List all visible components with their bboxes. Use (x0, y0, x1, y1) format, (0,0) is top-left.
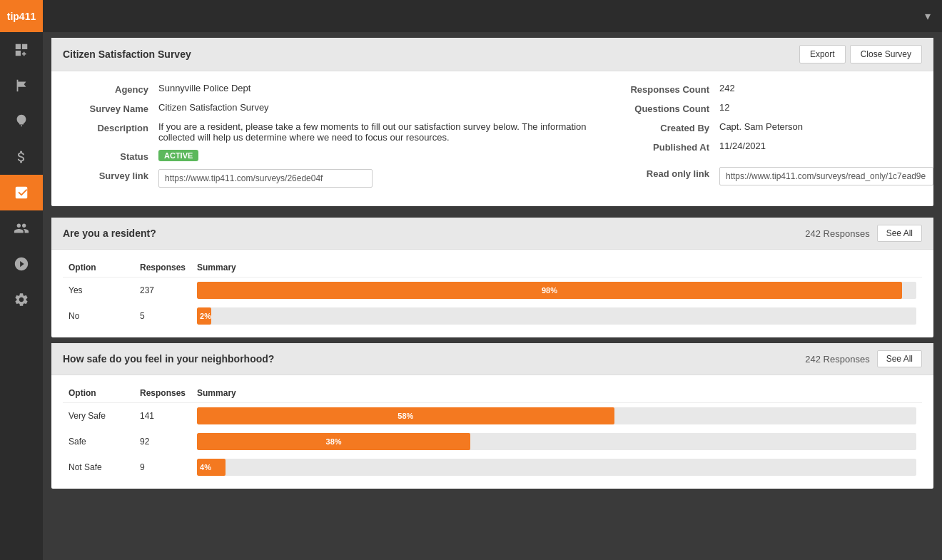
column-header: Option (63, 258, 134, 278)
bar-fill: 38% (197, 433, 470, 450)
topbar: ▾ (43, 0, 942, 32)
flag-icon (14, 78, 29, 93)
read-only-link-input[interactable] (719, 167, 933, 185)
table-header-row: OptionResponsesSummary (63, 384, 922, 403)
close-survey-button[interactable]: Close Survey (850, 45, 922, 63)
status-label: Status (66, 150, 158, 162)
survey-link-value (158, 169, 591, 188)
sidebar-item-dashboard[interactable] (0, 32, 43, 68)
bar-label: 2% (200, 312, 211, 320)
published-at-value: 11/24/2021 (719, 141, 919, 151)
see-all-button[interactable]: See All (877, 225, 922, 242)
survey-detail-actions: Export Close Survey (799, 45, 922, 63)
read-only-link-value (719, 167, 933, 185)
bar-container: 58% (197, 407, 916, 424)
status-badge: ACTIVE (158, 150, 198, 161)
people-icon (14, 220, 29, 236)
survey-detail-card: Citizen Satisfaction Survey Export Close… (51, 38, 933, 206)
column-header: Summary (191, 258, 922, 278)
questions-container: Are you a resident? 242 Responses See Al… (43, 212, 942, 494)
question-body: OptionResponsesSummary Yes 237 98% (51, 250, 933, 337)
question-header: Are you a resident? 242 Responses See Al… (51, 218, 933, 250)
sidebar-item-surveys[interactable] (0, 175, 43, 210)
status-row: Status ACTIVE (66, 150, 591, 162)
survey-name-row: Survey Name Citizen Satisfaction Survey (66, 102, 591, 114)
see-all-button[interactable]: See All (877, 350, 922, 367)
sidebar: tip411 (0, 0, 43, 560)
topbar-chevron-icon: ▾ (925, 9, 931, 23)
question-card-1: How safe do you feel in your neighborhoo… (51, 343, 933, 489)
surveys-icon (14, 185, 29, 200)
responses-cell: 5 (134, 303, 191, 329)
bar-fill: 58% (197, 407, 614, 424)
summary-cell: 4% (191, 454, 922, 480)
responses-cell: 9 (134, 454, 191, 480)
summary-cell: 98% (191, 278, 922, 304)
lightbulb-icon (14, 113, 29, 129)
option-cell: Yes (63, 278, 134, 304)
sidebar-item-groups[interactable] (0, 246, 43, 282)
status-value: ACTIVE (158, 150, 591, 161)
question-title: Are you a resident? (63, 228, 156, 239)
responses-cell: 141 (134, 403, 191, 429)
bar-container: 38% (197, 433, 916, 450)
dollar-icon (14, 149, 29, 165)
questions-count-label: Questions Count (619, 102, 719, 114)
option-cell: Very Safe (63, 403, 134, 429)
table-row: Yes 237 98% (63, 278, 922, 304)
sidebar-item-rewards[interactable] (0, 139, 43, 175)
bar-fill: 4% (197, 459, 226, 476)
question-title: How safe do you feel in your neighborhoo… (63, 353, 274, 365)
created-by-row: Created By Capt. Sam Peterson (619, 121, 919, 133)
survey-link-row: Survey link (66, 169, 591, 188)
table-row: Very Safe 141 58% (63, 403, 922, 429)
survey-info-left: Agency Sunnyville Police Dept Survey Nam… (66, 83, 591, 195)
sidebar-item-alerts[interactable] (0, 68, 43, 103)
survey-name-value: Citizen Satisfaction Survey (158, 102, 591, 113)
table-row: Safe 92 38% (63, 429, 922, 454)
sidebar-item-settings[interactable] (0, 282, 43, 317)
bar-fill: 98% (197, 282, 902, 299)
option-cell: Not Safe (63, 454, 134, 480)
survey-name-label: Survey Name (66, 102, 158, 114)
responses-count-value: 242 (719, 83, 919, 93)
bar-label: 38% (326, 437, 342, 446)
response-count-label: 242 Responses (805, 228, 869, 239)
bar-label: 58% (397, 412, 413, 420)
description-value: If you are a resident, please take a few… (158, 121, 591, 143)
survey-link-label: Survey link (66, 169, 158, 181)
responses-count-row: Responses Count 242 (619, 83, 919, 95)
bar-container: 2% (197, 307, 916, 325)
sidebar-item-people[interactable] (0, 210, 43, 246)
agency-row: Agency Sunnyville Police Dept (66, 83, 591, 95)
column-header: Responses (134, 384, 191, 403)
summary-cell: 2% (191, 303, 922, 329)
description-label: Description (66, 121, 158, 133)
sidebar-item-tips[interactable] (0, 103, 43, 139)
question-table: OptionResponsesSummary Yes 237 98% (63, 258, 922, 329)
table-row: Not Safe 9 4% (63, 454, 922, 480)
settings-icon (14, 292, 29, 307)
column-header: Summary (191, 384, 922, 403)
bar-container: 4% (197, 459, 916, 476)
survey-detail-body: Agency Sunnyville Police Dept Survey Nam… (51, 71, 933, 206)
created-by-label: Created By (619, 121, 719, 133)
option-cell: Safe (63, 429, 134, 454)
bar-label: 4% (200, 463, 211, 472)
question-card-0: Are you a resident? 242 Responses See Al… (51, 218, 933, 337)
created-by-value: Capt. Sam Peterson (719, 121, 919, 132)
column-header: Option (63, 384, 134, 403)
questions-count-value: 12 (719, 102, 919, 113)
published-at-row: Published At 11/24/2021 (619, 141, 919, 153)
bar-container: 98% (197, 282, 916, 299)
survey-link-input[interactable] (158, 169, 373, 188)
description-row: Description If you are a resident, pleas… (66, 121, 591, 143)
export-button[interactable]: Export (799, 45, 846, 63)
agency-label: Agency (66, 83, 158, 95)
main-content: ▾ Citizen Satisfaction Survey Export Clo… (43, 0, 942, 560)
question-table: OptionResponsesSummary Very Safe 141 58% (63, 384, 922, 480)
read-only-link-row: Read only link (619, 167, 919, 185)
table-row: No 5 2% (63, 303, 922, 329)
survey-info-right: Responses Count 242 Questions Count 12 C… (619, 83, 919, 195)
questions-count-row: Questions Count 12 (619, 102, 919, 114)
